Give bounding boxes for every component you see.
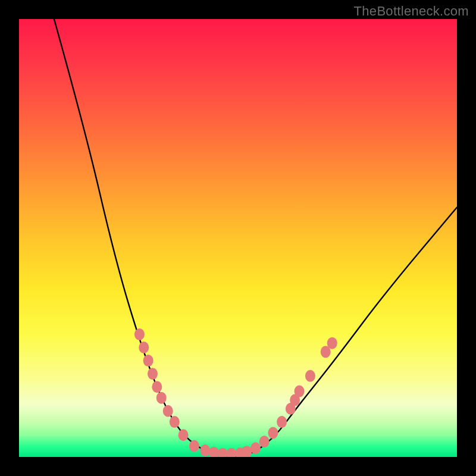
marker-bottom (218, 448, 228, 457)
marker-right (250, 442, 261, 454)
marker-left (170, 416, 180, 428)
marker-right (327, 337, 337, 349)
chart-frame: TheBottleneck.com (0, 0, 476, 476)
marker-bottom (209, 447, 219, 457)
marker-right (295, 386, 305, 397)
marker-right (259, 436, 270, 447)
marker-bottom (242, 446, 252, 457)
marker-left (189, 440, 199, 452)
plot-area (19, 19, 457, 457)
curve-markers (134, 328, 337, 457)
marker-bottom (226, 448, 236, 457)
marker-left (134, 328, 145, 340)
marker-left (178, 429, 189, 441)
marker-left (163, 405, 173, 417)
marker-left (156, 392, 167, 404)
marker-right (305, 370, 315, 382)
marker-right (277, 416, 287, 428)
marker-bottom (200, 444, 210, 456)
marker-left (143, 355, 154, 367)
curve-layer (19, 19, 457, 457)
watermark-text: TheBottleneck.com (354, 4, 469, 19)
marker-left (152, 381, 162, 393)
marker-left (139, 342, 149, 353)
marker-right (268, 427, 278, 439)
bottleneck-curve (54, 19, 457, 457)
marker-left (148, 368, 158, 380)
